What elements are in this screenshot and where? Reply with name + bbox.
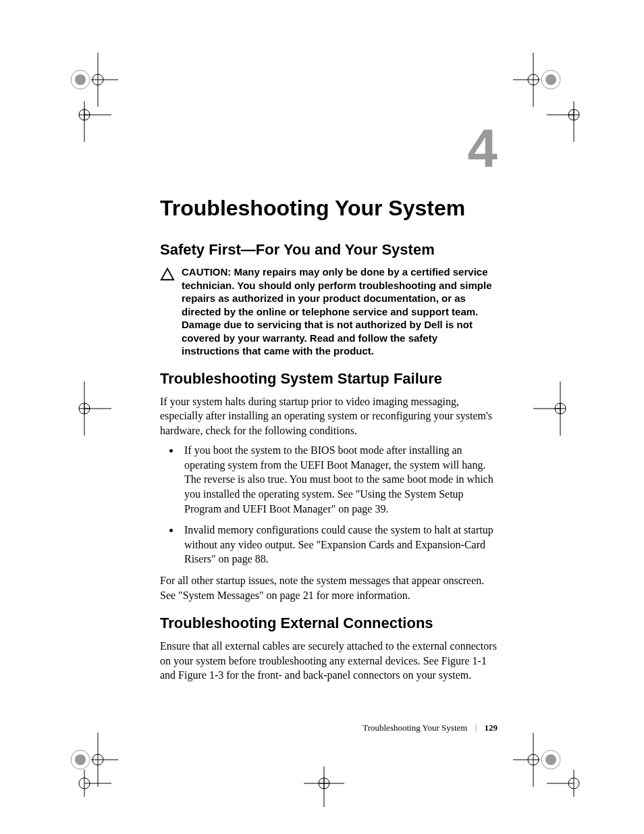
section-heading-startup: Troubleshooting System Startup Failure — [160, 370, 498, 388]
external-body: Ensure that all external cables are secu… — [160, 639, 498, 683]
caution-text: CAUTION: Many repairs may only be done b… — [182, 265, 498, 358]
chapter-number: 4 — [160, 122, 498, 176]
svg-point-1 — [75, 74, 86, 85]
caution-body: Many repairs may only be done by a certi… — [182, 266, 491, 357]
list-item: Invalid memory configurations could caus… — [180, 523, 498, 567]
footer-separator: | — [475, 723, 477, 733]
svg-point-31 — [75, 754, 86, 765]
crop-mark-icon — [57, 382, 111, 436]
section-heading-external: Troubleshooting External Connections — [160, 615, 498, 632]
crop-mark-icon — [513, 53, 567, 107]
crop-mark-icon — [297, 766, 351, 820]
page-title: Troubleshooting Your System — [160, 196, 498, 221]
caution-icon — [160, 265, 182, 358]
section-heading-safety: Safety First—For You and Your System — [160, 241, 498, 259]
crop-mark-icon — [64, 53, 118, 107]
footer-page-number: 129 — [485, 723, 498, 733]
crop-mark-icon — [533, 382, 587, 436]
startup-outro: For all other startup issues, note the s… — [160, 573, 498, 602]
caution-label: CAUTION: — [182, 266, 234, 278]
page-content: 4 Troubleshooting Your System Safety Fir… — [160, 122, 498, 688]
startup-bullet-list: If you boot the system to the BIOS boot … — [160, 443, 498, 567]
svg-point-6 — [545, 74, 556, 85]
list-item: If you boot the system to the BIOS boot … — [180, 443, 498, 516]
page-footer: Troubleshooting Your System | 129 — [160, 723, 498, 733]
svg-point-36 — [545, 754, 556, 765]
crop-mark-icon — [64, 101, 118, 155]
startup-intro: If your system halts during startup prio… — [160, 394, 498, 438]
crop-mark-icon — [64, 770, 118, 824]
footer-title: Troubleshooting Your System — [363, 723, 467, 733]
crop-mark-icon — [540, 770, 594, 824]
caution-block: CAUTION: Many repairs may only be done b… — [160, 265, 498, 358]
crop-mark-icon — [540, 101, 594, 155]
